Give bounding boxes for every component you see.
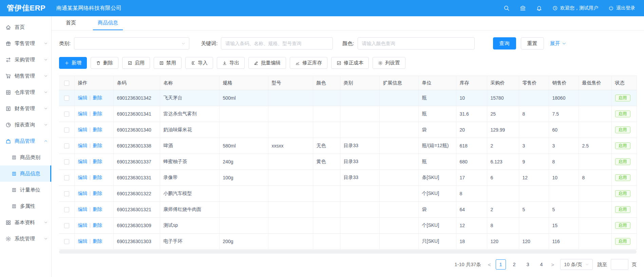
expand-link[interactable]: 展开 bbox=[550, 40, 566, 47]
page-button-1[interactable]: 1 bbox=[496, 259, 506, 270]
row-checkbox[interactable] bbox=[64, 127, 69, 133]
search-icon[interactable] bbox=[504, 5, 510, 11]
delete-link[interactable]: 删除 bbox=[93, 222, 102, 228]
sidebar-item-retail[interactable]: 零售管理 bbox=[0, 35, 51, 52]
add-button[interactable]: 新增 bbox=[59, 57, 87, 69]
horizontal-scrollbar[interactable] bbox=[59, 250, 637, 254]
cell-category: 目录33 bbox=[340, 170, 379, 186]
page-button-2[interactable]: 2 bbox=[509, 259, 519, 270]
cell-barcode: 6901236301340 bbox=[113, 122, 160, 138]
sidebar-item-purchase[interactable]: 采购管理 bbox=[0, 52, 51, 68]
edit-link[interactable]: 编辑 bbox=[78, 111, 88, 116]
edit-link[interactable]: 编辑 bbox=[78, 175, 88, 180]
category-select[interactable] bbox=[74, 37, 189, 50]
sidebar-item-multi-attribute[interactable]: 多属性 bbox=[0, 198, 51, 214]
page-button-3[interactable]: 3 bbox=[523, 259, 533, 270]
cell-model: xxsxx bbox=[268, 138, 313, 154]
jump-page-input[interactable] bbox=[611, 259, 628, 270]
edit-link[interactable]: 编辑 bbox=[78, 191, 88, 196]
edit-link[interactable]: 编辑 bbox=[78, 127, 88, 132]
edit-link[interactable]: 编辑 bbox=[78, 95, 88, 100]
delete-link[interactable]: 删除 bbox=[93, 238, 102, 244]
sidebar-item-warehouse[interactable]: 仓库管理 bbox=[0, 84, 51, 100]
sidebar-item-sales[interactable]: 销售管理 bbox=[0, 68, 51, 84]
disable-button[interactable]: 禁用 bbox=[154, 57, 182, 69]
plus-icon bbox=[64, 61, 69, 65]
sidebar-item-product-info[interactable]: 商品信息 bbox=[0, 165, 51, 182]
op-separator: | bbox=[90, 95, 91, 100]
row-checkbox[interactable] bbox=[64, 239, 69, 244]
sidebar-item-finance[interactable]: 财务管理 bbox=[0, 100, 51, 117]
column-settings-button[interactable]: 列设置 bbox=[373, 57, 405, 69]
select-all-checkbox[interactable] bbox=[64, 81, 69, 86]
page-size-value: 10 条/页 bbox=[564, 261, 582, 268]
bank-icon[interactable] bbox=[520, 5, 526, 11]
row-checkbox[interactable] bbox=[64, 159, 69, 164]
cell-ext bbox=[379, 234, 418, 250]
search-button[interactable]: 查询 bbox=[493, 37, 516, 50]
column-header: 操作 bbox=[74, 76, 113, 90]
delete-link[interactable]: 删除 bbox=[93, 191, 102, 196]
fix-stock-button[interactable]: 修正库存 bbox=[290, 57, 327, 69]
delete-button[interactable]: 删除 bbox=[91, 57, 118, 69]
sidebar-item-system[interactable]: 系统管理 bbox=[0, 231, 51, 247]
cell-spec bbox=[219, 202, 268, 218]
edit-link[interactable]: 编辑 bbox=[78, 159, 88, 164]
system-icon bbox=[378, 61, 383, 65]
sidebar-item-basic-data[interactable]: 基本资料 bbox=[0, 214, 51, 231]
tab-home[interactable]: 首页 bbox=[61, 16, 81, 30]
cell-name: 啤酒 bbox=[160, 138, 219, 154]
page-size-select[interactable]: 10 条/页 bbox=[560, 259, 592, 270]
cell-model bbox=[268, 186, 313, 202]
cell-category bbox=[340, 122, 379, 138]
export-button[interactable]: 导出 bbox=[217, 57, 245, 69]
row-checkbox[interactable] bbox=[64, 175, 69, 180]
op-separator: | bbox=[90, 159, 91, 164]
bell-icon[interactable] bbox=[536, 5, 542, 11]
delete-link[interactable]: 删除 bbox=[93, 143, 102, 148]
row-checkbox[interactable] bbox=[64, 112, 69, 117]
edit-link[interactable]: 编辑 bbox=[78, 238, 88, 244]
next-page-button[interactable]: > bbox=[550, 262, 556, 268]
prev-page-button[interactable]: < bbox=[487, 262, 492, 268]
logout-button[interactable]: 退出登录 bbox=[608, 5, 635, 11]
finance-icon bbox=[5, 106, 11, 112]
delete-link[interactable]: 删除 bbox=[93, 111, 102, 116]
reset-button[interactable]: 重置 bbox=[521, 37, 544, 50]
sidebar-item-label: 财务管理 bbox=[15, 105, 35, 112]
batch-edit-button[interactable]: 批量编辑 bbox=[248, 57, 286, 69]
sidebar-item-report[interactable]: 报表查询 bbox=[0, 117, 51, 133]
edit-link[interactable]: 编辑 bbox=[78, 206, 88, 212]
delete-link[interactable]: 删除 bbox=[93, 127, 102, 132]
sidebar-item-product[interactable]: 商品管理 bbox=[0, 133, 51, 149]
color-input[interactable] bbox=[358, 37, 475, 50]
import-button[interactable]: 导入 bbox=[185, 57, 213, 69]
enable-button[interactable]: 启用 bbox=[122, 57, 150, 69]
edit-link[interactable]: 编辑 bbox=[78, 143, 88, 148]
cell-color bbox=[313, 234, 340, 250]
welcome-user[interactable]: 欢迎您，测试用户 bbox=[552, 5, 598, 11]
fix-cost-button[interactable]: 修正成本 bbox=[331, 57, 369, 69]
delete-link[interactable]: 删除 bbox=[93, 159, 102, 164]
column-header: 扩展信息 bbox=[379, 76, 418, 90]
cell-name: 测试sp bbox=[160, 218, 219, 234]
delete-link[interactable]: 删除 bbox=[93, 95, 102, 100]
row-checkbox[interactable] bbox=[64, 207, 69, 212]
toolbar-button-label: 禁用 bbox=[166, 60, 176, 66]
edit-link[interactable]: 编辑 bbox=[78, 222, 88, 228]
tab-product-info[interactable]: 商品信息 bbox=[93, 16, 123, 30]
cell-name: 电子手环 bbox=[160, 234, 219, 250]
row-checkbox[interactable] bbox=[64, 143, 69, 149]
page-button-4[interactable]: 4 bbox=[536, 259, 547, 270]
row-checkbox[interactable] bbox=[64, 223, 69, 228]
sidebar-item-home[interactable]: 首页 bbox=[0, 19, 51, 35]
row-checkbox[interactable] bbox=[64, 96, 69, 101]
row-checkbox[interactable] bbox=[64, 191, 69, 196]
keyword-input[interactable] bbox=[221, 37, 333, 50]
cell-spec bbox=[219, 218, 268, 234]
sidebar-item-product-category[interactable]: 商品类别 bbox=[0, 149, 51, 165]
delete-link[interactable]: 删除 bbox=[93, 206, 102, 212]
delete-link[interactable]: 删除 bbox=[93, 175, 102, 180]
pagination: 1-10 共37条 < 1234 > 10 条/页 跳至 页 bbox=[59, 259, 637, 270]
sidebar-item-measure-unit[interactable]: 计量单位 bbox=[0, 182, 51, 198]
